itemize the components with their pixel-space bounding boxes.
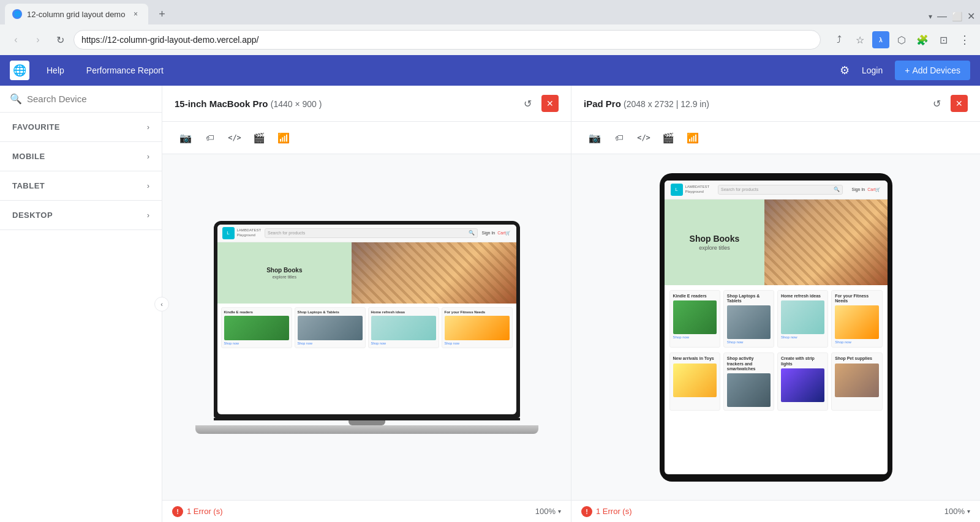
site-hero-left: Shop Books explore titles <box>217 242 516 304</box>
macbook-close-btn[interactable]: ✕ <box>541 95 559 112</box>
ipad-cat-kindle-img <box>673 300 717 334</box>
ipad-cat-toys: New arrivals in Toys <box>669 352 720 411</box>
macbook-wifi-btn[interactable]: 📶 <box>273 127 295 149</box>
macbook-refresh-btn[interactable]: ↺ <box>518 94 537 113</box>
tab-close-btn[interactable]: × <box>130 9 141 20</box>
app-layout: 🌐 Help Performance Report ⚙ Login + Add … <box>0 55 980 522</box>
nav-performance-report[interactable]: Performance Report <box>81 63 168 78</box>
macbook-title: 15-inch MacBook Pro (1440 × 900 ) <box>175 99 322 109</box>
ipad-title: iPad Pro (2048 x 2732 | 12.9 in) <box>584 99 709 109</box>
settings-icon[interactable]: ⚙ <box>840 64 850 77</box>
tab-bar: 🌐 12-column grid layout demo × + ▾ — ⬜ ✕ <box>0 0 980 24</box>
ipad-hero-sub: explore titles <box>699 245 730 251</box>
sidebar-item-mobile-label: MOBILE <box>12 152 147 161</box>
ipad-cat-kindle-title: Kindle E readers <box>673 294 717 299</box>
ipad-viewport: L LAMBDATESTPlayground Search for produc… <box>571 154 980 500</box>
extension-lambda-btn[interactable]: λ <box>872 31 889 48</box>
search-icon: 🔍 <box>10 93 22 105</box>
ipad-cat-pets-img <box>835 364 878 397</box>
ipad-site-search: Search for products 🔍 <box>718 185 843 195</box>
ipad-panel-actions: ↺ ✕ <box>927 94 968 113</box>
url-text: https://12-column-grid-layout-demo.verce… <box>81 35 258 45</box>
sidebar-nav: FAVOURITE › MOBILE › TABLET › DESKTOP › <box>0 113 162 522</box>
macbook-camera-btn[interactable]: 📷 <box>175 127 197 149</box>
zoom-value-right: 100% <box>944 507 965 516</box>
sidebar-item-mobile[interactable]: MOBILE › <box>0 142 162 171</box>
site-cat-home-link: Shop now <box>371 341 436 345</box>
ipad-cat-home-title: Home refresh ideas <box>781 294 824 299</box>
ipad-frame: L LAMBDATESTPlayground Search for produc… <box>660 173 892 482</box>
zoom-chevron-right[interactable]: ▾ <box>967 508 970 515</box>
ipad-video-btn[interactable]: 🎬 <box>657 127 679 149</box>
zoom-chevron-left[interactable]: ▾ <box>558 508 561 515</box>
site-cat-kindle-title: Kindle E readers <box>224 310 289 315</box>
ipad-cat-home: Home refresh ideas Shop now <box>777 290 828 348</box>
ipad-wifi-btn[interactable]: 📶 <box>682 127 704 149</box>
ipad-cat-laptop-title: Shop Laptops & Tablets <box>727 294 771 304</box>
restore-btn[interactable]: ⬜ <box>952 12 962 21</box>
macbook-tag-btn[interactable]: 🏷 <box>199 127 221 149</box>
ipad-close-btn[interactable]: ✕ <box>951 95 968 112</box>
new-tab-btn[interactable]: + <box>153 6 170 23</box>
ipad-cat-strip: Create with strip lights <box>777 352 828 411</box>
site-logo-icon-left: L <box>222 227 235 239</box>
ipad-cat-home-img <box>781 300 824 334</box>
site-hero-sub-left: explore titles <box>273 275 296 279</box>
site-header-left: L LAMBDATESTPlayground Search for produc… <box>217 225 516 242</box>
site-categories-left: Kindle E readers Shop now Shop Laptops &… <box>217 304 516 352</box>
close-btn[interactable]: ✕ <box>967 10 975 22</box>
mobile-chevron-icon: › <box>147 152 149 161</box>
macbook-panel-header: 15-inch MacBook Pro (1440 × 900 ) ↺ ✕ <box>162 86 571 122</box>
tablet-chevron-icon: › <box>147 182 149 190</box>
sidebar-collapse-btn[interactable]: ‹ <box>154 297 169 311</box>
macbook-name: 15-inch MacBook Pro <box>175 99 268 109</box>
ipad-code-btn[interactable]: </> <box>633 127 655 149</box>
error-text-right: 1 Error (s) <box>596 507 632 516</box>
more-options-btn[interactable]: ⋮ <box>956 31 973 48</box>
login-btn[interactable]: Login <box>862 65 883 75</box>
extension-btn-2[interactable]: ⬡ <box>893 31 910 48</box>
site-cat-laptop-title: Shop Laptops & Tablets <box>298 310 363 315</box>
bookmark-btn[interactable]: ☆ <box>851 31 869 48</box>
browser-actions: ⤴ ☆ λ ⬡ 🧩 ⊡ ⋮ <box>831 31 973 48</box>
back-btn[interactable]: ‹ <box>7 31 24 48</box>
ipad-cat-kindle-link: Shop now <box>673 335 717 339</box>
macbook-mockup: L LAMBDATESTPlayground Search for produc… <box>195 221 538 434</box>
refresh-btn[interactable]: ↻ <box>51 31 69 48</box>
macbook-code-btn[interactable]: </> <box>224 127 246 149</box>
ipad-cat-trackers-img <box>727 373 771 407</box>
ipad-hero-img <box>764 199 887 285</box>
ipad-cat-toys-img <box>673 364 717 397</box>
error-text-left: 1 Error (s) <box>187 507 223 516</box>
ipad-refresh-btn[interactable]: ↺ <box>927 94 946 113</box>
ipad-tag-btn[interactable]: 🏷 <box>608 127 630 149</box>
add-devices-button[interactable]: + Add Devices <box>895 61 970 80</box>
add-devices-label: Add Devices <box>912 65 960 75</box>
tab-dropdown-btn[interactable]: ▾ <box>929 12 932 21</box>
app-body: 🔍 FAVOURITE › MOBILE › TABLET › DESKTOP <box>0 86 980 522</box>
search-input[interactable] <box>27 94 152 104</box>
extensions-menu-btn[interactable]: 🧩 <box>914 31 931 48</box>
ipad-site-logo-icon: L <box>671 184 683 196</box>
sidebar-item-tablet[interactable]: TABLET › <box>0 171 162 201</box>
ipad-cat-laptop-img <box>727 305 771 339</box>
ipad-cat-fitness: For your Fitness Needs Shop now <box>831 290 882 348</box>
site-cat-home: Home refresh ideas Shop now <box>368 307 439 348</box>
sidebar-item-favourite[interactable]: FAVOURITE › <box>0 113 162 142</box>
active-tab[interactable]: 🌐 12-column grid layout demo × <box>5 4 148 24</box>
sidebar-toggle-btn[interactable]: ⊡ <box>935 31 952 48</box>
share-btn[interactable]: ⤴ <box>831 31 848 48</box>
address-bar[interactable]: https://12-column-grid-layout-demo.verce… <box>74 30 821 50</box>
ipad-camera-btn[interactable]: 📷 <box>584 127 606 149</box>
ipad-cat-trackers-title: Shop activity trackers and smartwatches <box>727 356 771 371</box>
nav-help[interactable]: Help <box>42 63 69 78</box>
ipad-categories-row1: Kindle E readers Shop now Shop Laptops &… <box>665 285 888 353</box>
macbook-video-btn[interactable]: 🎬 <box>248 127 270 149</box>
forward-btn[interactable]: › <box>29 31 47 48</box>
sidebar-item-desktop[interactable]: DESKTOP › <box>0 201 162 230</box>
site-cat-home-img <box>371 316 436 340</box>
tab-title: 12-column grid layout demo <box>27 10 125 19</box>
app-logo: 🌐 <box>10 61 29 80</box>
minimize-btn[interactable]: — <box>937 11 947 22</box>
site-cat-kindle-img <box>224 316 289 340</box>
